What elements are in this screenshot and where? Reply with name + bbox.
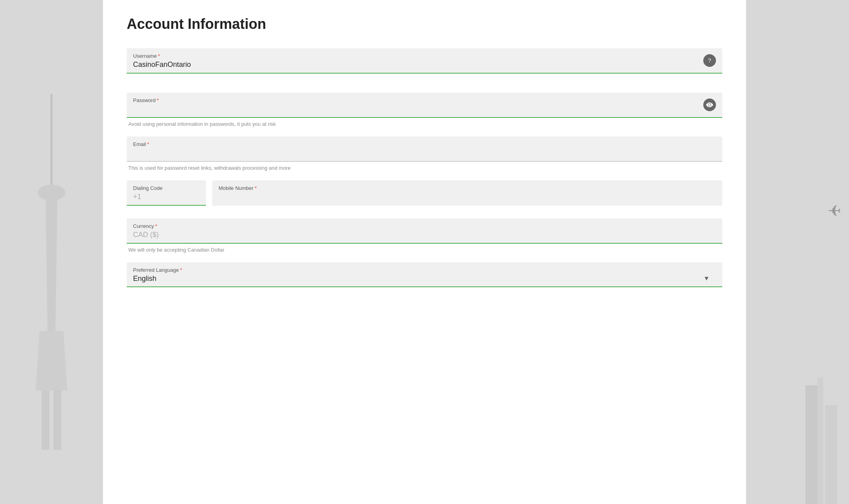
svg-marker-3: [36, 331, 67, 390]
currency-group: Currency* CAD ($) We will only be accept…: [127, 218, 722, 253]
svg-rect-4: [42, 390, 49, 450]
password-field-wrapper: Password*: [127, 93, 722, 118]
currency-hint: We will only be accepting Canadian Dolla…: [127, 247, 722, 253]
page-title: Account Information: [127, 16, 722, 32]
language-select[interactable]: English French: [133, 275, 716, 282]
email-group: Email* This is used for password reset l…: [127, 136, 722, 171]
language-group: Preferred Language* English French ▼: [127, 262, 722, 287]
email-hint: This is used for password reset links, w…: [127, 165, 722, 171]
password-group: Password* Avoid using personal informati…: [127, 93, 722, 127]
left-background: [0, 0, 103, 504]
username-group: Username* ?: [127, 48, 722, 74]
dialing-code-input[interactable]: [133, 193, 200, 201]
svg-point-10: [709, 104, 711, 106]
email-input[interactable]: [133, 149, 716, 157]
mobile-number-wrapper: Mobile Number*: [212, 180, 722, 206]
mobile-number-label: Mobile Number*: [219, 185, 716, 191]
phone-row: Dialing Code Mobile Number*: [127, 180, 722, 206]
svg-rect-0: [50, 94, 53, 193]
eye-icon[interactable]: [703, 99, 716, 111]
dialing-code-label: Dialing Code: [133, 185, 200, 191]
username-label: Username*: [133, 53, 716, 59]
svg-rect-8: [817, 377, 823, 504]
username-input[interactable]: [133, 61, 716, 69]
help-icon[interactable]: ?: [703, 54, 716, 67]
username-field-wrapper: Username* ?: [127, 48, 722, 74]
password-label: Password*: [133, 97, 716, 103]
email-field-wrapper: Email*: [127, 136, 722, 162]
currency-label: Currency*: [133, 223, 716, 229]
language-select-wrapper: English French ▼: [133, 275, 716, 282]
currency-value: CAD ($): [133, 231, 716, 239]
password-hint: Avoid using personal information in pass…: [127, 121, 722, 127]
svg-marker-2: [46, 193, 57, 331]
svg-rect-7: [825, 405, 837, 504]
main-content: Account Information Username* ? Password…: [103, 0, 746, 504]
currency-field-wrapper: Currency* CAD ($): [127, 218, 722, 244]
language-label: Preferred Language*: [133, 267, 716, 273]
email-label: Email*: [133, 141, 716, 147]
password-input[interactable]: [133, 105, 716, 113]
language-field-wrapper: Preferred Language* English French ▼: [127, 262, 722, 287]
svg-rect-5: [53, 390, 61, 450]
mobile-number-input[interactable]: [219, 193, 716, 201]
right-background: ✈: [746, 0, 849, 504]
dialing-code-wrapper: Dialing Code: [127, 180, 206, 206]
